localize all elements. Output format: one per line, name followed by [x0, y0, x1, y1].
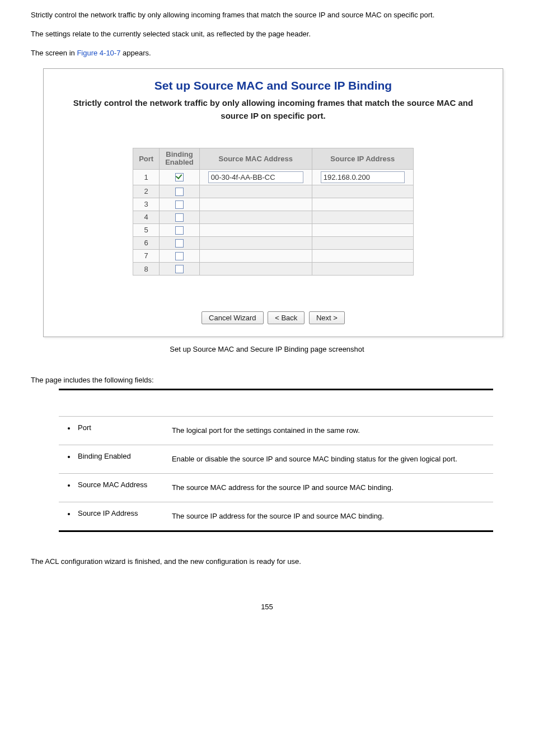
field-label-text: Port	[78, 423, 91, 432]
intro-paragraph-1: Strictly control the network traffic by …	[31, 8, 503, 22]
ip-cell	[312, 223, 413, 236]
ip-cell	[312, 185, 413, 198]
bullet-icon	[68, 456, 70, 458]
binding-checkbox[interactable]	[175, 252, 184, 260]
closing-paragraph: The ACL configuration wizard is finished…	[31, 554, 503, 569]
ip-cell	[312, 262, 413, 275]
port-cell: 1	[133, 169, 160, 185]
figure-screenshot: Set up Source MAC and Source IP Binding …	[43, 68, 503, 337]
figure-title: Set up Source MAC and Source IP Binding	[72, 79, 475, 92]
figure-caption: Set up Source MAC and Secure IP Binding …	[31, 345, 503, 353]
mac-cell	[199, 262, 312, 275]
next-button[interactable]: Next >	[309, 311, 345, 324]
mac-cell	[199, 211, 312, 223]
fields-row: PortThe logical port for the settings co…	[59, 417, 493, 445]
binding-checkbox[interactable]	[175, 239, 184, 248]
port-cell: 3	[133, 198, 160, 211]
table-row: 5	[133, 223, 414, 236]
bullet-icon	[68, 484, 70, 487]
binding-table: Port Binding Enabled Source MAC Address …	[133, 148, 414, 276]
binding-enabled-cell	[160, 211, 200, 223]
ip-cell	[312, 169, 413, 185]
table-row: 4	[133, 211, 414, 223]
fields-header-description	[172, 390, 494, 417]
field-label: Port	[59, 417, 172, 445]
fields-table: PortThe logical port for the settings co…	[59, 389, 493, 532]
port-cell: 6	[133, 236, 160, 249]
intro-paragraph-3: The screen in Figure 4-10-7 appears.	[31, 46, 503, 60]
field-label-text: Source IP Address	[78, 509, 138, 517]
col-binding: Binding Enabled	[160, 148, 200, 170]
field-label-text: Source MAC Address	[78, 480, 147, 489]
binding-enabled-cell	[160, 236, 200, 249]
table-row: 8	[133, 262, 414, 275]
bullet-icon	[68, 513, 70, 515]
binding-enabled-cell	[160, 262, 200, 275]
field-label: Binding Enabled	[59, 445, 172, 474]
field-description: The source IP address for the source IP …	[172, 502, 494, 531]
field-label: Source MAC Address	[59, 474, 172, 502]
mac-cell	[199, 169, 312, 185]
col-mac: Source MAC Address	[199, 148, 312, 170]
table-row: 1	[133, 169, 414, 185]
mac-cell	[199, 249, 312, 262]
table-row: 7	[133, 249, 414, 262]
fields-row: Source IP AddressThe source IP address f…	[59, 502, 493, 531]
field-description: The logical port for the settings contai…	[172, 417, 494, 445]
figure-subtitle: Strictly control the network traffic by …	[72, 97, 475, 122]
binding-enabled-cell	[160, 249, 200, 262]
fields-row: Source MAC AddressThe source MAC address…	[59, 474, 493, 502]
field-description: Enable or disable the source IP and sour…	[172, 445, 494, 474]
figure-link[interactable]: Figure 4-10-7	[77, 49, 120, 57]
binding-enabled-cell	[160, 198, 200, 211]
col-port: Port	[133, 148, 160, 170]
intro-paragraph-2: The settings relate to the currently sel…	[31, 27, 503, 41]
field-label-text: Binding Enabled	[78, 452, 131, 460]
page-number: 155	[31, 603, 503, 611]
fields-intro: The page includes the following fields:	[31, 376, 503, 384]
field-label: Source IP Address	[59, 502, 172, 531]
table-row: 3	[133, 198, 414, 211]
binding-checkbox[interactable]	[175, 213, 184, 222]
ip-cell	[312, 211, 413, 223]
port-cell: 8	[133, 262, 160, 275]
binding-enabled-cell	[160, 185, 200, 198]
port-cell: 4	[133, 211, 160, 223]
port-cell: 5	[133, 223, 160, 236]
mac-cell	[199, 223, 312, 236]
mac-input[interactable]	[208, 171, 303, 183]
ip-cell	[312, 236, 413, 249]
cancel-wizard-button[interactable]: Cancel Wizard	[202, 311, 264, 324]
binding-enabled-cell	[160, 223, 200, 236]
fields-row: Binding EnabledEnable or disable the sou…	[59, 445, 493, 474]
binding-checkbox[interactable]	[175, 265, 184, 273]
ip-cell	[312, 249, 413, 262]
mac-cell	[199, 198, 312, 211]
binding-enabled-cell	[160, 169, 200, 185]
mac-cell	[199, 236, 312, 249]
fields-header-object	[59, 390, 172, 417]
port-cell: 2	[133, 185, 160, 198]
field-description: The source MAC address for the source IP…	[172, 474, 494, 502]
ip-cell	[312, 198, 413, 211]
ip-input[interactable]	[321, 171, 405, 183]
binding-checkbox[interactable]	[175, 173, 184, 181]
table-row: 2	[133, 185, 414, 198]
binding-checkbox[interactable]	[175, 226, 184, 235]
table-row: 6	[133, 236, 414, 249]
bullet-icon	[68, 427, 70, 430]
mac-cell	[199, 185, 312, 198]
binding-checkbox[interactable]	[175, 188, 184, 196]
col-ip: Source IP Address	[312, 148, 413, 170]
back-button[interactable]: < Back	[268, 311, 305, 324]
binding-checkbox[interactable]	[175, 200, 184, 209]
port-cell: 7	[133, 249, 160, 262]
